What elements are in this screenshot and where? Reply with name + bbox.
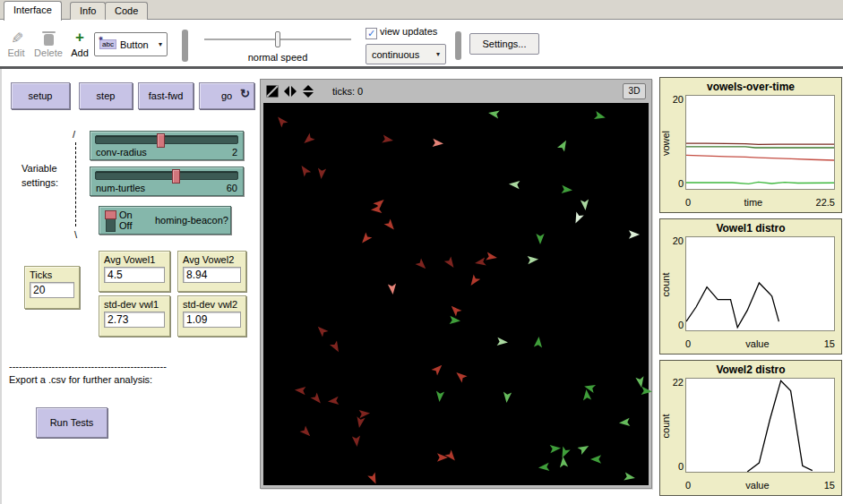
std-dev-vwl1-monitor: std-dev vwl1 2.73: [99, 295, 170, 337]
slider-value: 2: [232, 147, 237, 158]
world-canvas[interactable]: [263, 103, 649, 485]
plot-line-vowel2-high: [686, 143, 834, 144]
widget-type-dropdown[interactable]: abc Button ▾: [94, 32, 168, 56]
turtle: [386, 283, 399, 295]
add-button[interactable]: + Add: [68, 28, 91, 58]
settings-button[interactable]: Settings...: [469, 33, 539, 55]
update-mode-value: continuous: [372, 49, 419, 60]
conv-radius-slider[interactable]: conv-radius 2: [90, 131, 244, 160]
x-min-label: 0: [685, 480, 691, 491]
x-min-label: 0: [685, 197, 691, 208]
note-text: Export a .csv for further analysis:: [9, 374, 215, 385]
toolbar: ✎ Edit Delete + Add abc Button ▾ normal …: [0, 21, 843, 69]
view-updates-checkbox[interactable]: ✓: [366, 28, 377, 39]
plus-icon: +: [68, 28, 91, 47]
go-button[interactable]: go ↻: [199, 82, 254, 109]
turtle: [300, 131, 316, 147]
slider-name: num-turtles: [96, 183, 145, 193]
slider-handle[interactable]: [172, 169, 180, 184]
plot-area: [685, 95, 835, 190]
turtle: [466, 273, 482, 289]
switch-track[interactable]: [106, 210, 116, 232]
toolbar-separator: [182, 30, 188, 62]
y-min-label: 0: [662, 320, 684, 330]
vowel2-distro-plot: Vowel2 distro 22 count 0 0 value 15: [659, 360, 842, 496]
variable-settings-label: Variable settings:: [22, 161, 58, 190]
delete-button[interactable]: Delete: [32, 28, 65, 58]
turtle: [496, 336, 509, 348]
tab-bar: Interface Info Code: [0, 0, 843, 20]
monitor-value: 20: [30, 282, 74, 298]
world-view-header: ticks: 0 3D: [262, 81, 649, 101]
tab-info[interactable]: Info: [70, 2, 106, 20]
avg-vowel2-monitor: Avg Vowel2 8.94: [177, 251, 246, 292]
tab-code[interactable]: Code: [105, 2, 148, 20]
speed-slider-label: normal speed: [204, 52, 351, 63]
monitor-label: std-dev vwl1: [104, 299, 165, 310]
add-label: Add: [71, 47, 89, 58]
horizontal-arrows-icon[interactable]: [284, 85, 297, 98]
homing-beacon-switch[interactable]: On Off homing-beacon?: [99, 206, 231, 235]
turtle: [353, 415, 366, 429]
monitor-label: std-dev vwl2: [183, 299, 241, 310]
fast-fwd-button[interactable]: fast-fwd: [138, 82, 194, 109]
turtle: [452, 368, 469, 384]
origin-icon[interactable]: [266, 85, 279, 98]
chevron-down-icon: ▾: [159, 40, 162, 48]
turtle: [581, 389, 593, 401]
forever-loop-icon: ↻: [240, 81, 250, 107]
netlogo-window: Interface Info Code ✎ Edit Delete + Add …: [0, 0, 843, 504]
threed-button[interactable]: 3D: [623, 83, 646, 99]
slider-track: [95, 171, 238, 180]
monitor-value: 1.09: [183, 312, 241, 328]
turtle: [571, 211, 586, 226]
speed-slider: normal speed: [204, 28, 351, 64]
y-axis-label: count: [660, 408, 671, 444]
monitor-label: Ticks: [30, 269, 74, 280]
switch-knob[interactable]: [105, 210, 116, 219]
monitor-value: 2.73: [104, 312, 165, 328]
edit-button[interactable]: ✎ Edit: [4, 28, 29, 58]
turtle: [443, 255, 459, 271]
monitor-label: Avg Vowel2: [183, 254, 241, 265]
turtle: [556, 456, 569, 468]
update-mode-dropdown[interactable]: continuous ▾: [366, 44, 446, 64]
ticks-monitor: Ticks 20: [24, 266, 80, 309]
plot-title: Vowel1 distro: [660, 222, 841, 235]
monitor-label: Avg Vowel1: [104, 254, 165, 265]
run-tests-button[interactable]: Run Tests: [36, 407, 108, 438]
go-label: go: [221, 90, 232, 101]
num-turtles-slider[interactable]: num-turtles 60: [90, 167, 244, 196]
pencil-icon: ✎: [4, 28, 29, 47]
x-axis-row: 0 value 15: [685, 338, 835, 349]
plot-area: [685, 378, 835, 473]
x-max-label: 15: [824, 480, 835, 491]
y-min-label: 0: [662, 178, 684, 189]
turtle: [527, 253, 539, 266]
turtle: [327, 395, 340, 407]
tab-interface[interactable]: Interface: [4, 1, 62, 21]
turtle: [486, 107, 500, 120]
turtle: [294, 384, 306, 397]
plot-area: [685, 236, 835, 331]
turtle: [350, 435, 363, 448]
turtle: [432, 137, 444, 149]
turtle: [618, 416, 631, 429]
setup-button[interactable]: setup: [11, 82, 70, 109]
turtle: [357, 231, 373, 247]
std-dev-vwl2-monitor: std-dev vwl2 1.09: [177, 295, 246, 337]
avg-vowel1-monitor: Avg Vowel1 4.5: [99, 251, 170, 292]
turtle: [593, 109, 607, 124]
plot-line-vowel1-histogram: [686, 283, 778, 328]
x-max-label: 15: [824, 338, 835, 349]
vertical-arrows-icon[interactable]: [302, 85, 314, 98]
turtle: [485, 250, 498, 263]
slider-handle[interactable]: [157, 133, 165, 148]
y-min-label: 0: [662, 461, 684, 472]
x-axis-label: value: [745, 480, 769, 491]
x-max-label: 22.5: [816, 197, 835, 208]
turtle: [297, 162, 313, 178]
ticks-counter: ticks: 0: [332, 86, 363, 97]
speed-slider-handle[interactable]: [275, 31, 280, 47]
step-button[interactable]: step: [79, 82, 133, 109]
